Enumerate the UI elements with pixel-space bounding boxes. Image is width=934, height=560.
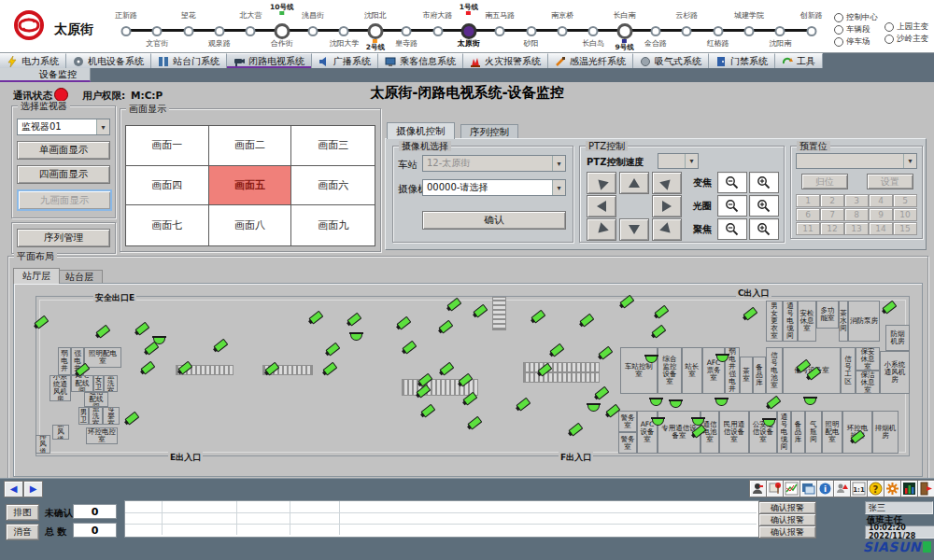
preset-number-button[interactable]: 9 [869,208,893,221]
dome-camera-icon[interactable] [691,417,705,427]
arrow-icon [629,178,640,188]
zoom-in-button[interactable] [749,218,779,240]
alarm-flag-icon[interactable] [766,480,784,497]
cctv-camera-icon[interactable] [472,304,488,319]
window-icon[interactable] [800,480,817,497]
dome-camera-icon[interactable] [715,354,729,363]
cctv-camera-icon[interactable] [881,301,897,315]
cctv-camera-icon[interactable] [438,362,454,377]
ptz-arrow-button[interactable] [587,218,616,241]
zoom-in-button[interactable] [749,195,779,217]
info-icon[interactable]: i [816,480,834,497]
cctv-camera-icon[interactable] [597,346,613,361]
table-row-divider [125,524,757,525]
confirm-alarm-button[interactable]: 确认报警 [758,501,816,514]
cctv-camera-icon[interactable] [653,305,669,320]
cctv-camera-icon[interactable] [548,343,564,358]
arrow-icon [629,225,640,234]
arrow-icon [594,175,609,190]
cctv-camera-icon[interactable] [212,339,228,354]
ptz-arrow-button[interactable] [652,195,682,217]
preset-number-button[interactable]: 11 [796,222,820,235]
preset-number-button[interactable]: 13 [844,222,869,235]
cctv-camera-icon[interactable] [742,307,757,322]
ptz-arrow-button[interactable] [587,195,616,217]
ptz-arrow-button[interactable] [587,172,616,194]
room-label: 通号电缆间 [777,411,791,454]
cctv-camera-icon[interactable] [466,416,482,431]
operator-icon[interactable] [749,480,767,497]
cctv-camera-icon[interactable] [324,343,340,357]
dome-camera-icon[interactable] [669,399,683,409]
ptz-arrow-button[interactable] [652,172,682,194]
cctv-camera-icon[interactable] [530,310,545,325]
preset-number-button[interactable]: 2 [820,194,844,207]
dome-camera-icon[interactable] [762,418,776,427]
zoom-out-button[interactable] [717,172,747,193]
cctv-camera-icon[interactable] [765,396,781,411]
ptz-arrow-button[interactable] [619,218,649,241]
user-alarm-icon[interactable] [833,480,851,497]
cctv-camera-icon[interactable] [618,295,634,310]
exit-icon[interactable] [917,480,934,497]
cctv-camera-icon[interactable] [139,361,155,376]
cctv-camera-icon[interactable] [437,320,453,335]
cctv-camera-icon[interactable] [307,311,323,326]
dome-camera-icon[interactable] [644,355,658,364]
preset-number-button[interactable]: 8 [844,208,869,221]
cctv-camera-icon[interactable] [401,341,417,356]
room-label: 小系统通风机房 [50,375,71,401]
cctv-camera-icon[interactable] [650,325,666,340]
preset-number-button[interactable]: 5 [893,194,917,207]
help-icon[interactable]: ? [867,480,884,497]
cctv-camera-icon[interactable] [419,404,435,419]
preset-number-button[interactable]: 3 [844,194,869,207]
dome-camera-icon[interactable] [152,336,166,345]
cctv-camera-icon[interactable] [321,362,337,377]
preset-number-button[interactable]: 12 [820,222,844,235]
zoom-in-button[interactable] [749,172,779,193]
dome-camera-icon[interactable] [715,398,729,407]
preset-number-button[interactable]: 6 [796,208,820,221]
preset-number-button[interactable]: 1 [796,194,820,207]
one-to-one-icon[interactable]: 1:1 [850,480,868,497]
confirm-alarm-button[interactable]: 确认报警 [758,513,816,526]
dome-camera-icon[interactable] [651,417,665,427]
cctv-camera-icon[interactable] [395,316,411,331]
dome-camera-icon[interactable] [587,403,601,413]
cctv-camera-icon[interactable] [578,314,594,329]
room-label: 警务室 [618,432,637,454]
preset-number-button[interactable]: 15 [893,222,917,235]
room-label: 茶水间 [839,301,848,342]
zoom-out-button[interactable] [717,218,747,240]
preset-number-button[interactable]: 4 [869,194,893,207]
preset-number-button[interactable]: 7 [820,208,844,221]
room-label: AFC配线间 [71,375,93,392]
ptz-arrow-button[interactable] [652,218,682,241]
cctv-camera-icon[interactable] [33,315,49,330]
preset-number-button[interactable]: 14 [869,222,893,235]
dome-camera-icon[interactable] [649,398,663,407]
dome-camera-icon[interactable] [803,397,817,406]
cctv-camera-icon[interactable] [346,313,361,328]
cctv-camera-icon[interactable] [134,322,149,337]
trend-chart-icon[interactable] [783,480,800,497]
room-label: 气瓶间 [805,411,822,454]
room-label: 民用通信设备室 [719,411,749,454]
room-label: 信号电池室 [766,347,783,394]
cctv-camera-icon[interactable] [593,386,609,401]
stats-icon[interactable] [900,480,918,497]
table-column-divider [339,501,340,535]
cctv-camera-icon[interactable] [94,325,110,340]
cctv-camera-icon[interactable] [446,298,461,313]
room-label: 新风道 [52,425,69,440]
preset-number-button[interactable]: 10 [893,208,917,221]
cctv-camera-icon[interactable] [515,398,531,413]
cctv-camera-icon[interactable] [567,423,583,438]
gear-icon[interactable] [884,480,901,497]
cctv-camera-icon[interactable] [123,412,139,427]
ptz-arrow-button[interactable] [619,172,649,194]
confirm-alarm-button[interactable]: 确认报警 [758,525,816,539]
dome-camera-icon[interactable] [349,332,363,342]
zoom-out-button[interactable] [717,195,747,217]
